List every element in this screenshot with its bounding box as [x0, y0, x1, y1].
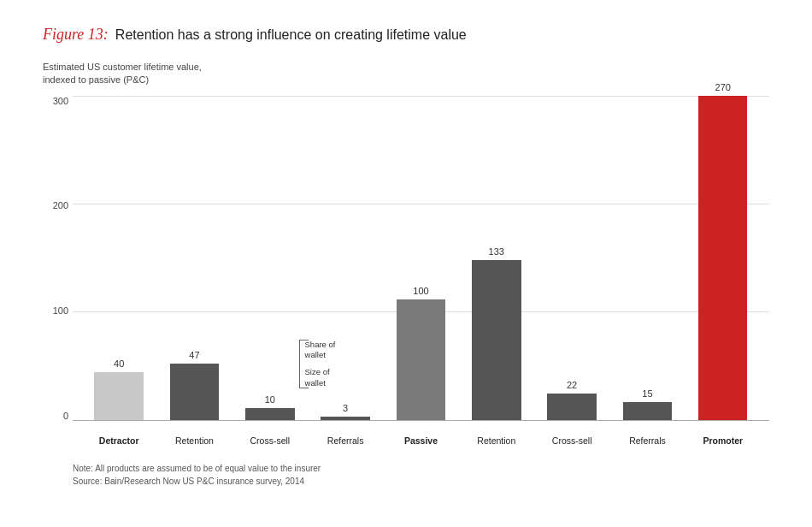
- y-label-300: 300: [53, 96, 73, 106]
- notes-area: Note: All products are assumed to be of …: [43, 462, 769, 488]
- page-container: Figure 13: Retention has a strong influe…: [0, 0, 812, 527]
- bar-value-detractor: 40: [94, 358, 143, 369]
- chart-subtitle: Estimated US customer lifetime value, in…: [43, 61, 769, 87]
- bar-crosssell-det: 10 Share ofwallet Size ofwallet: [245, 408, 294, 420]
- bar-label-detractor: Detractor: [81, 435, 156, 446]
- bar-wrapper-referrals-pro: 15: [609, 96, 685, 420]
- bar-group-crosssell-det: 10 Share ofwallet Size ofwallet: [232, 96, 308, 420]
- bar-group-retention-pro: 133 Retention: [459, 96, 534, 420]
- bar-retention-pro: 133: [472, 260, 521, 420]
- subtitle-line1: Estimated US customer lifetime value,: [43, 62, 202, 72]
- title-area: Figure 13: Retention has a strong influe…: [43, 26, 769, 44]
- bar-value-crosssell-pro: 22: [547, 380, 596, 390]
- bar-wrapper-detractor: 40: [81, 96, 156, 420]
- bar-group-crosssell-pro: 22 Cross-sell: [534, 96, 609, 420]
- bar-wrapper-retention-pro: 133: [459, 96, 534, 420]
- bar-wrapper-crosssell-pro: 22: [534, 96, 609, 420]
- bar-wrapper-referrals-det: 3: [308, 96, 383, 420]
- bar-value-crosssell-det: 10: [245, 394, 294, 405]
- bar-wrapper-promoter: 270: [685, 96, 761, 420]
- bars-container: 40 Detractor 47 Retention: [73, 96, 769, 420]
- bar-label-promoter: Promoter: [685, 435, 761, 446]
- bar-value-retention-pro: 133: [472, 246, 521, 257]
- bar-passive: 100: [397, 299, 445, 419]
- y-label-0: 0: [63, 411, 73, 421]
- bar-wrapper-crosssell-det: 10 Share ofwallet Size ofwallet: [232, 96, 308, 420]
- figure-label: Figure 13:: [43, 26, 109, 44]
- bar-label-retention-pro: Retention: [459, 435, 534, 446]
- bar-referrals-det: 3: [321, 417, 369, 420]
- bar-label-crosssell-pro: Cross-sell: [534, 435, 609, 446]
- bar-group-referrals-pro: 15 Referrals: [609, 96, 685, 420]
- bar-label-crosssell-det: Cross-sell: [232, 435, 308, 446]
- note-line1: Note: All products are assumed to be of …: [73, 462, 769, 475]
- bar-crosssell-pro: 22: [547, 394, 596, 420]
- y-label-100: 100: [53, 305, 73, 316]
- chart-title: Retention has a strong influence on crea…: [115, 27, 467, 43]
- subtitle-line2: indexed to passive (P&C): [43, 74, 149, 85]
- y-axis: 300 200 100 0: [43, 96, 73, 421]
- bar-wrapper-passive: 100: [383, 96, 458, 420]
- bar-group-detractor: 40 Detractor: [81, 96, 156, 420]
- bar-wrapper-retention-det: 47: [156, 96, 232, 420]
- bar-group-retention-det: 47 Retention: [156, 96, 232, 420]
- chart-body: 40 Detractor 47 Retention: [73, 96, 769, 421]
- bar-value-referrals-pro: 15: [623, 388, 672, 399]
- bar-promoter: 270: [698, 96, 747, 420]
- bar-detractor: 40: [94, 372, 143, 420]
- bar-value-referrals-det: 3: [321, 403, 369, 413]
- bar-retention-det: 47: [170, 364, 219, 420]
- y-label-200: 200: [53, 200, 73, 210]
- bar-group-promoter: 270 Promoter: [685, 96, 761, 420]
- bar-value-retention-det: 47: [170, 350, 219, 360]
- note-line2: Source: Bain/Research Now US P&C insuran…: [73, 475, 769, 488]
- bar-label-referrals-det: Referrals: [308, 435, 383, 446]
- bar-label-retention-det: Retention: [156, 435, 232, 446]
- bar-group-referrals-det: 3 Referrals: [308, 96, 383, 420]
- bar-value-passive: 100: [397, 286, 445, 296]
- bar-label-passive: Passive: [383, 435, 458, 446]
- bar-group-passive: 100 Passive: [383, 96, 458, 420]
- bar-referrals-pro: 15: [623, 402, 672, 420]
- bar-value-promoter: 270: [698, 82, 747, 92]
- chart-area: 300 200 100 0 40 D: [43, 96, 769, 455]
- bar-label-referrals-pro: Referrals: [609, 435, 685, 446]
